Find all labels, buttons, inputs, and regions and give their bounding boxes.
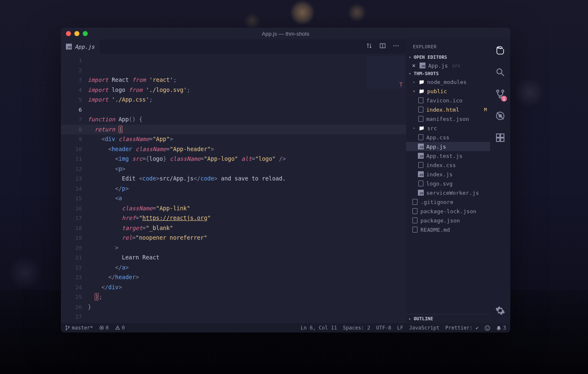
code-content[interactable]: import React from 'react';import logo fr…	[82, 54, 406, 323]
file-item[interactable]: logo.svg	[406, 179, 490, 188]
chevron-icon: ▾	[412, 89, 416, 93]
file-item[interactable]: favicon.ico	[406, 96, 490, 105]
feedback-smiley-icon[interactable]	[485, 325, 490, 331]
compare-changes-icon[interactable]	[366, 42, 373, 51]
chevron-down-icon: ▾	[408, 72, 412, 76]
cursor-position-status[interactable]: Ln 6, Col 11	[301, 325, 337, 331]
open-editors-list: × JS App.js src	[406, 61, 490, 70]
file-icon	[418, 97, 424, 103]
scm-badge: 1	[501, 96, 507, 102]
file-icon	[412, 217, 418, 223]
file-item[interactable]: JSindex.js	[406, 170, 490, 179]
language-mode-status[interactable]: JavaScript	[409, 325, 439, 331]
file-icon	[418, 180, 424, 186]
git-status-letter: M	[484, 107, 487, 112]
search-activity-icon[interactable]	[495, 67, 505, 79]
svg-point-16	[66, 326, 67, 327]
notifications-status[interactable]: 3	[496, 325, 506, 331]
svg-point-4	[398, 45, 399, 47]
window-close-button[interactable]	[66, 31, 71, 36]
encoding-status[interactable]: UTF-8	[376, 325, 391, 331]
svg-point-5	[497, 69, 502, 74]
open-editors-header[interactable]: ▾ OPEN EDITORS	[406, 54, 490, 61]
vscode-window: App.js — thm-shots JS App.js	[61, 28, 510, 332]
file-icon	[418, 162, 424, 168]
svg-point-25	[488, 327, 488, 328]
folder-icon	[419, 88, 425, 94]
tab-label: App.js	[75, 44, 94, 50]
indentation-status[interactable]: Spaces: 2	[343, 325, 370, 331]
settings-gear-icon[interactable]	[495, 306, 505, 317]
js-file-icon: JS	[418, 153, 424, 159]
svg-point-23	[485, 325, 490, 330]
more-actions-icon[interactable]	[393, 42, 399, 51]
debug-activity-icon[interactable]	[495, 111, 505, 123]
svg-point-3	[396, 45, 397, 47]
file-item[interactable]: .gitignore	[406, 197, 490, 207]
source-control-activity-icon[interactable]: 1	[495, 89, 505, 101]
activity-bar: 1	[490, 39, 510, 323]
js-file-icon: JS	[418, 144, 424, 149]
file-item[interactable]: index.htmlM	[406, 105, 490, 114]
svg-point-7	[497, 90, 499, 92]
file-icon	[418, 116, 424, 122]
editor-body[interactable]: 1234567891011121314151617181920212223242…	[61, 54, 406, 323]
split-editor-icon[interactable]	[379, 42, 386, 51]
git-branch-status[interactable]: master*	[65, 325, 93, 331]
traffic-lights	[61, 31, 88, 36]
file-item[interactable]: manifest.json	[406, 114, 490, 123]
file-icon	[412, 208, 418, 214]
file-item[interactable]: JSApp.js	[406, 142, 490, 151]
file-item[interactable]: JSserviceWorker.js	[406, 188, 490, 197]
extensions-activity-icon[interactable]	[495, 133, 505, 144]
js-file-icon: JS	[418, 190, 424, 196]
explorer-activity-icon[interactable]	[495, 45, 505, 57]
prettier-status[interactable]: Prettier: ✔	[445, 325, 478, 331]
file-icon	[418, 134, 424, 140]
svg-rect-12	[496, 134, 500, 137]
svg-point-24	[486, 327, 487, 328]
editor-tab-app-js[interactable]: JS App.js	[61, 39, 100, 54]
line-number-gutter: 1234567891011121314151617181920212223242…	[61, 54, 82, 323]
svg-point-17	[66, 329, 67, 330]
svg-point-18	[68, 326, 70, 327]
tab-bar: JS App.js	[61, 39, 406, 54]
svg-rect-14	[496, 138, 500, 141]
chevron-icon: ▸	[412, 80, 416, 84]
file-item[interactable]: index.css	[406, 160, 490, 170]
problems-status[interactable]: 0 0	[99, 325, 125, 331]
file-item[interactable]: App.css	[406, 133, 490, 142]
file-item[interactable]: package-lock.json	[406, 207, 490, 216]
svg-rect-13	[501, 134, 504, 137]
minimap[interactable]	[367, 55, 404, 89]
title-bar: App.js — thm-shots	[61, 28, 510, 39]
chevron-icon: ▾	[412, 126, 416, 130]
file-tree: ▸node_modules▾publicfavicon.icoindex.htm…	[406, 77, 490, 314]
svg-point-2	[394, 45, 395, 47]
js-file-icon: JS	[418, 171, 424, 177]
folder-item[interactable]: ▾src	[406, 123, 490, 133]
window-maximize-button[interactable]	[83, 31, 88, 36]
outline-header[interactable]: ▸ OUTLINE	[406, 314, 490, 323]
folder-item[interactable]: ▾public	[406, 86, 490, 96]
folder-icon	[419, 79, 425, 85]
status-bar: master* 0 0 Ln 6, Col 11 Spaces: 2 UTF-8…	[61, 323, 510, 332]
explorer-header: EXPLORER	[406, 39, 490, 54]
svg-point-8	[502, 90, 504, 92]
svg-line-6	[501, 73, 504, 76]
eol-status[interactable]: LF	[397, 325, 403, 331]
file-icon	[418, 107, 424, 112]
folder-item[interactable]: ▸node_modules	[406, 77, 490, 86]
js-file-icon: JS	[66, 44, 72, 50]
js-file-icon: JS	[420, 63, 425, 68]
window-minimize-button[interactable]	[74, 31, 79, 36]
svg-point-11	[499, 115, 501, 117]
project-header[interactable]: ▾ THM-SHOTS	[406, 70, 490, 77]
close-editor-icon[interactable]: ×	[412, 62, 415, 69]
file-item[interactable]: package.json	[406, 216, 490, 225]
file-item[interactable]: JSApp.test.js	[406, 151, 490, 160]
open-editor-item[interactable]: × JS App.js src	[406, 61, 490, 70]
chevron-down-icon: ▾	[408, 55, 412, 59]
file-item[interactable]: README.md	[406, 225, 490, 234]
folder-icon	[419, 125, 425, 131]
